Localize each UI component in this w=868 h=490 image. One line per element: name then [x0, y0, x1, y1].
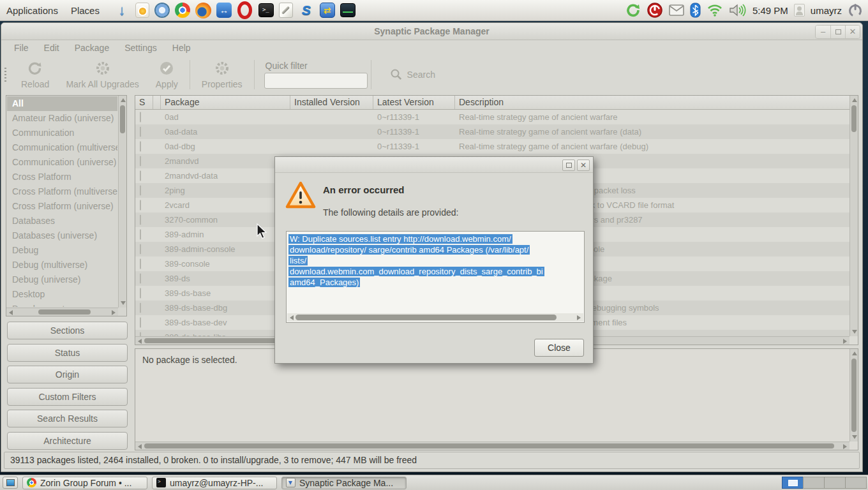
row-checkbox[interactable] [140, 185, 141, 196]
details-hscrollbar[interactable] [135, 442, 849, 450]
category-list-hscrollbar[interactable] [6, 308, 118, 316]
column-header-installed-version[interactable]: Installed Version [290, 96, 373, 109]
table-row[interactable]: 0ad-dbg0~r11339-1Real-time strategy game… [135, 139, 849, 154]
row-checkbox[interactable] [140, 302, 141, 313]
dialog-titlebar[interactable]: ✕ [275, 157, 593, 173]
row-checkbox[interactable] [140, 317, 141, 328]
opera-icon[interactable] [237, 2, 253, 19]
details-vscrollbar[interactable] [849, 349, 858, 442]
sidebar-item-cross-platform[interactable]: Cross Platform [7, 170, 117, 184]
places-menu[interactable]: Places [64, 5, 106, 16]
sidebar-item-debug-universe[interactable]: Debug (universe) [7, 272, 117, 287]
download-icon[interactable] [114, 2, 130, 19]
search-button[interactable]: Search [384, 65, 442, 84]
sidebar-item-desktop[interactable]: Desktop [7, 287, 117, 302]
sidebar-item-amateur-radio-universe[interactable]: Amateur Radio (universe) [7, 111, 117, 126]
table-vscrollbar[interactable] [849, 96, 858, 336]
chromium-icon[interactable] [154, 3, 170, 18]
sidebar-item-communication-universe[interactable]: Communication (universe) [7, 155, 117, 170]
maximize-button[interactable] [830, 26, 845, 38]
dialog-close-button[interactable]: Close [534, 339, 584, 357]
scrollbar-thumb[interactable] [851, 105, 857, 132]
mark-all-upgrades-button[interactable]: Mark All Upgrades [57, 59, 147, 91]
menu-help[interactable]: Help [165, 41, 198, 55]
sidebar-item-databases-universe[interactable]: Databases (universe) [7, 228, 117, 243]
column-header-latest-version[interactable]: Latest Version [373, 96, 455, 109]
category-list-vscrollbar[interactable] [118, 96, 126, 308]
apply-button[interactable]: Apply [147, 59, 186, 91]
menu-file[interactable]: File [6, 41, 36, 55]
volume-icon[interactable] [729, 3, 747, 17]
sidebar-button-custom-filters[interactable]: Custom Filters [7, 388, 128, 406]
scrollbar-thumb[interactable] [296, 315, 557, 320]
workspace-4[interactable] [845, 477, 867, 489]
row-checkbox[interactable] [140, 258, 141, 269]
row-checkbox[interactable] [140, 112, 141, 122]
workspace-1[interactable] [782, 477, 804, 489]
user-avatar[interactable] [794, 4, 805, 17]
show-desktop-button[interactable] [3, 477, 18, 489]
row-checkbox[interactable] [140, 156, 141, 167]
sidebar-item-debug-multiverse[interactable]: Debug (multiverse) [7, 258, 117, 272]
sidebar-button-status[interactable]: Status [7, 344, 128, 362]
row-checkbox[interactable] [140, 141, 141, 152]
sidebar-item-databases[interactable]: Databases [7, 214, 117, 228]
window-titlebar[interactable]: Synaptic Package Manager – ✕ [1, 23, 862, 40]
scrollbar-thumb[interactable] [851, 359, 857, 432]
terminal-icon[interactable] [258, 3, 274, 17]
package-installer-icon[interactable] [135, 3, 149, 18]
sidebar-button-search-results[interactable]: Search Results [7, 410, 128, 427]
column-header-spacer[interactable] [153, 96, 161, 109]
synaptic-icon[interactable] [320, 3, 335, 18]
sidebar-item-all[interactable]: All [7, 96, 117, 111]
minimize-button[interactable]: – [816, 26, 830, 38]
workspace-3[interactable] [824, 477, 846, 489]
row-checkbox[interactable] [140, 126, 141, 137]
row-checkbox[interactable] [140, 200, 141, 211]
column-header-package[interactable]: Package [161, 96, 290, 109]
username[interactable]: umayrz [811, 5, 842, 16]
applications-menu[interactable]: Applications [0, 5, 64, 16]
menu-settings[interactable]: Settings [117, 41, 165, 55]
workspace-2[interactable] [803, 477, 825, 489]
firefox-icon[interactable] [195, 3, 211, 19]
text-editor-icon[interactable] [279, 3, 293, 18]
sidebar-item-development[interactable]: Development [7, 302, 117, 307]
sidebar-item-cross-platform-multiverse[interactable]: Cross Platform (multiverse) [7, 184, 117, 199]
clock[interactable]: 5:49 PM [752, 5, 788, 16]
scrollbar-thumb[interactable] [120, 105, 125, 133]
session-refresh-icon[interactable] [625, 3, 641, 18]
error-details-textbox[interactable]: W: Duplicate sources.list entry http://d… [286, 231, 585, 323]
menu-edit[interactable]: Edit [36, 41, 67, 55]
scrollbar-thumb[interactable] [144, 443, 834, 449]
sidebar-item-communication-multiverse[interactable]: Communication (multiverse) [7, 140, 117, 155]
taskbar-task-zorin-group-forum[interactable]: Zorin Group Forum • ... [22, 477, 147, 489]
sidebar-button-sections[interactable]: Sections [7, 322, 128, 339]
bluetooth-icon[interactable] [690, 3, 701, 18]
blue-swirl-icon[interactable] [298, 2, 315, 19]
sidebar-button-origin[interactable]: Origin [7, 366, 128, 383]
column-header-s[interactable]: S [135, 96, 153, 109]
teamviewer-icon[interactable] [216, 3, 232, 18]
system-monitor-icon[interactable] [340, 3, 355, 17]
row-checkbox[interactable] [140, 288, 141, 299]
wifi-icon[interactable] [707, 4, 723, 17]
menu-package[interactable]: Package [67, 41, 117, 55]
sidebar-button-architecture[interactable]: Architecture [7, 432, 128, 450]
sidebar-item-communication[interactable]: Communication [7, 126, 117, 140]
power-menu-icon[interactable] [848, 3, 863, 18]
row-checkbox[interactable] [140, 332, 141, 336]
row-checkbox[interactable] [140, 273, 141, 284]
taskbar-task-synaptic-package-ma[interactable]: Synaptic Package Ma... [281, 477, 407, 489]
mail-icon[interactable] [669, 4, 684, 16]
column-header-description[interactable]: Description [455, 96, 858, 109]
dialog-maximize-button[interactable] [562, 160, 575, 171]
close-window-button[interactable]: ✕ [845, 26, 860, 38]
quick-filter-input[interactable] [264, 73, 368, 89]
shutdown-icon[interactable] [647, 2, 663, 19]
toolbar-drag-handle[interactable] [4, 68, 6, 82]
table-row[interactable]: 0ad0~r11339-1Real-time strategy game of … [135, 110, 849, 124]
taskbar-task-umayrz-umayrz-hp[interactable]: umayrz@umayrz-HP-... [152, 477, 277, 489]
table-row[interactable]: 0ad-data0~r11339-1Real-time strategy gam… [135, 124, 849, 139]
row-checkbox[interactable] [140, 214, 141, 225]
